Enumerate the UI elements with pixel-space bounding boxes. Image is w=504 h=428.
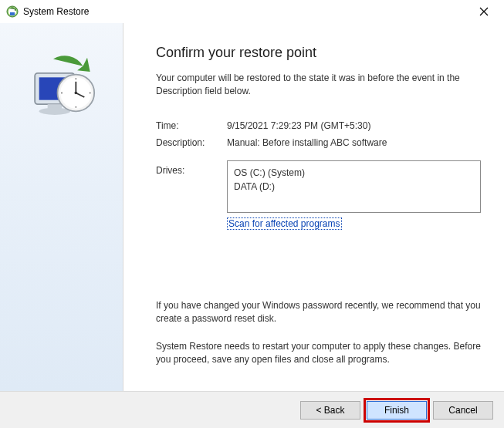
restart-note: System Restore needs to restart your com… [156, 340, 481, 367]
close-icon [479, 7, 489, 16]
drive-item: DATA (D:) [234, 180, 474, 194]
svg-point-14 [75, 106, 76, 108]
password-note: If you have changed your Windows passwor… [156, 299, 481, 326]
time-row: Time: 9/15/2021 7:29:23 PM (GMT+5:30) [156, 120, 481, 131]
footer-buttons: < Back Finish Cancel [0, 391, 504, 428]
svg-point-12 [75, 78, 76, 79]
window-title: System Restore [23, 6, 467, 17]
system-restore-icon [6, 5, 19, 18]
description-value: Manual: Before installing ABC software [227, 137, 481, 148]
time-label: Time: [156, 120, 227, 131]
drives-row: Drives: OS (C:) (System) DATA (D:) [156, 160, 481, 213]
main-panel: Confirm your restore point Your computer… [123, 23, 504, 391]
description-label: Description: [156, 137, 227, 148]
drives-listbox[interactable]: OS (C:) (System) DATA (D:) [227, 160, 481, 213]
close-button[interactable] [467, 1, 501, 22]
description-row: Description: Manual: Before installing A… [156, 137, 481, 148]
svg-point-11 [74, 92, 77, 95]
svg-rect-2 [10, 12, 15, 15]
cancel-button[interactable]: Cancel [433, 401, 493, 420]
svg-point-13 [89, 93, 90, 94]
finish-button[interactable]: Finish [367, 401, 427, 420]
restore-monitor-clock-icon [19, 123, 104, 133]
sidebar [0, 23, 123, 391]
back-button[interactable]: < Back [300, 401, 360, 420]
lead-text: Your computer will be restored to the st… [156, 72, 481, 99]
drive-item: OS (C:) (System) [234, 166, 474, 180]
svg-point-15 [61, 93, 63, 94]
page-heading: Confirm your restore point [156, 45, 481, 61]
content-area: Confirm your restore point Your computer… [0, 23, 504, 391]
scan-affected-programs-link[interactable]: Scan for affected programs [227, 217, 342, 230]
system-restore-window: System Restore [0, 0, 504, 428]
time-value: 9/15/2021 7:29:23 PM (GMT+5:30) [227, 120, 481, 131]
drives-label: Drives: [156, 160, 227, 213]
titlebar: System Restore [0, 0, 504, 23]
